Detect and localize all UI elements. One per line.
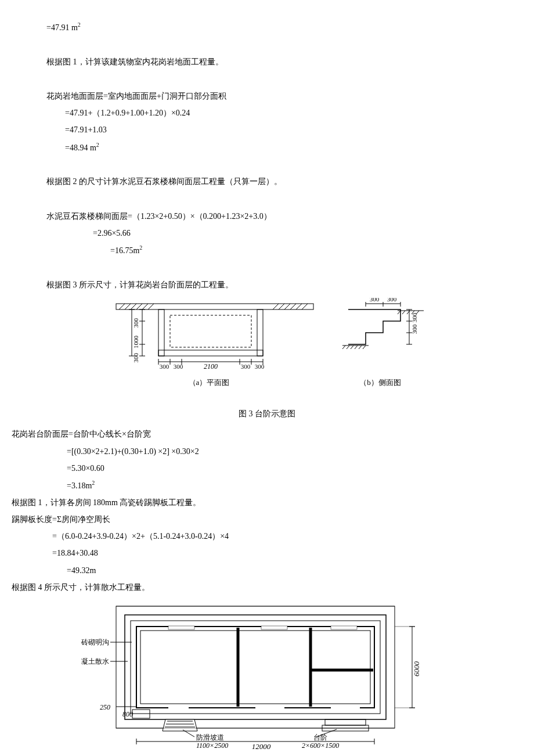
dim-text: 300: [174, 363, 183, 370]
calc-line: 踢脚板长度=Σ房间净空周长: [12, 512, 522, 527]
svg-rect-65: [168, 626, 194, 629]
svg-rect-62: [168, 706, 189, 710]
dim-text: 300: [160, 363, 169, 370]
svg-line-6: [148, 304, 154, 309]
dim-text: 12000: [252, 742, 271, 751]
svg-rect-58: [140, 631, 370, 704]
fig-sublabel: （a）平面图: [189, 378, 230, 387]
svg-line-11: [296, 304, 302, 309]
svg-line-3: [131, 304, 136, 309]
figure-4: 砖砌明沟 混凝土散水 250 800 防滑坡道 1100×2500 台阶 2×6…: [12, 600, 522, 756]
label-text: 混凝土散水: [81, 657, 109, 665]
calc-line: =47.91+（1.2+0.9+1.00+1.20）×0.24: [12, 106, 522, 120]
dim-text: 6000: [412, 661, 421, 676]
calc-line: =[(0.30×2+2.1)+(0.30+1.0) ×2] ×0.30×2: [12, 444, 522, 459]
calc-line: 花岗岩地面面层=室内地面面层+门洞开口部分面积: [12, 89, 522, 103]
label-text: 1100×2500: [196, 741, 228, 750]
label-text: 砖砌明沟: [81, 638, 109, 646]
svg-line-41: [402, 311, 405, 314]
svg-line-39: [363, 345, 366, 349]
calc-line: =16.75m2: [12, 243, 522, 258]
calc-line: 水泥豆石浆楼梯间面层=（1.23×2+0.50）×（0.200+1.23×2+3…: [12, 209, 522, 224]
svg-rect-63: [255, 706, 284, 710]
dim-text: 250: [100, 703, 110, 711]
svg-line-8: [279, 304, 284, 309]
svg-rect-71: [325, 719, 366, 725]
svg-rect-67: [331, 626, 357, 629]
paragraph: 根据图 1，计算该建筑物室内花岗岩地面工程量。: [12, 55, 522, 69]
svg-line-34: [342, 345, 345, 349]
calc-line: =3.18m2: [12, 478, 522, 493]
svg-line-37: [355, 345, 358, 349]
paragraph: 根据图 1，计算各房间 180mm 高瓷砖踢脚板工程量。: [12, 495, 522, 510]
dim-text: 2100: [204, 362, 218, 370]
calc-line: =48.94 m2: [12, 140, 522, 155]
svg-line-12: [302, 304, 308, 309]
calc-line: =47.91+1.03: [12, 123, 522, 137]
svg-line-35: [347, 345, 349, 349]
dim-text: 300: [370, 298, 380, 303]
svg-rect-16: [170, 315, 251, 347]
dim-text: 300: [241, 363, 251, 370]
calc-line: =47.91 m2: [12, 20, 522, 35]
svg-line-1: [119, 304, 125, 309]
dim-text: 800: [122, 710, 133, 718]
dim-text: 300: [132, 353, 139, 363]
dim-text: 300: [132, 318, 139, 328]
calc-line: 花岗岩台阶面层=台阶中心线长×台阶宽: [12, 427, 522, 441]
svg-rect-64: [331, 706, 360, 710]
svg-line-36: [351, 345, 353, 349]
svg-line-9: [284, 304, 290, 309]
dim-text: 1000: [132, 336, 139, 349]
dim-text: 300: [387, 298, 397, 303]
svg-rect-13: [158, 309, 164, 356]
fig-sublabel: （b）侧面图: [359, 378, 401, 387]
calc-line: =2.96×5.66: [12, 226, 522, 240]
calc-line: =5.30×0.60: [12, 461, 522, 476]
svg-line-5: [142, 304, 148, 309]
label-text: 台阶: [313, 733, 327, 741]
svg-rect-14: [257, 309, 263, 356]
dim-text: 300: [411, 324, 418, 334]
svg-line-4: [136, 304, 142, 309]
svg-rect-15: [158, 350, 263, 356]
calc-line: =（6.0-0.24+3.9-0.24）×2+（5.1-0.24+3.0-0.2…: [12, 529, 522, 543]
svg-line-7: [273, 304, 279, 309]
label-text: 2×600×1500: [302, 741, 339, 750]
svg-rect-66: [261, 626, 287, 629]
figure-3: 300 1000 300 300 300 2100 300 300 （a）平面图…: [12, 298, 522, 421]
paragraph: 根据图 4 所示尺寸，计算散水工程量。: [12, 580, 522, 595]
paragraph: 根据图 3 所示尺寸，计算花岗岩台阶面层的工程量。: [12, 278, 522, 292]
svg-rect-57: [136, 627, 374, 708]
calc-line: =49.32m: [12, 563, 522, 578]
calc-line: =18.84+30.48: [12, 546, 522, 560]
svg-line-10: [290, 304, 296, 309]
svg-rect-56: [131, 621, 380, 714]
svg-line-38: [359, 345, 362, 349]
paragraph: 根据图 2 的尺寸计算水泥豆石浆楼梯间面层工程量（只算一层）。: [12, 174, 522, 189]
label-text: 防滑坡道: [196, 733, 224, 741]
svg-rect-54: [116, 606, 395, 728]
figure-caption: 图 3 台阶示意图: [12, 406, 522, 421]
svg-line-2: [125, 304, 131, 309]
dim-text: 300: [411, 312, 418, 322]
dim-text: 300: [255, 363, 265, 370]
